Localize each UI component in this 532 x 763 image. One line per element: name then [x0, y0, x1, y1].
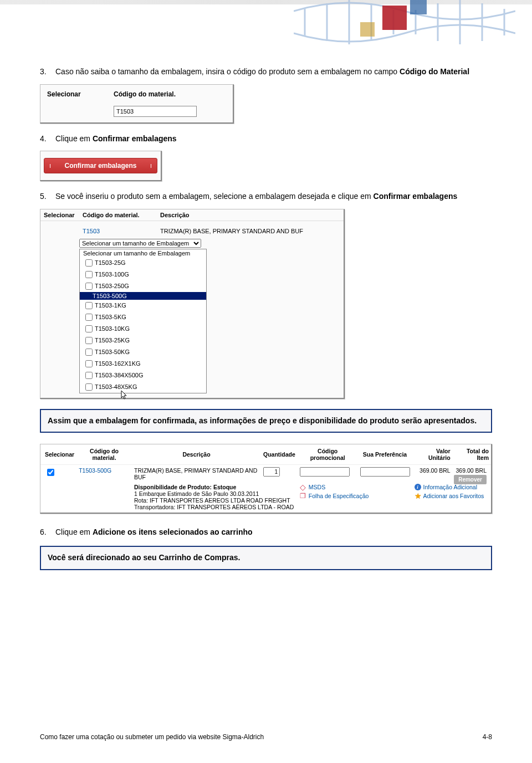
- confirm-packaging-button[interactable]: Confirmar embalagens: [44, 158, 157, 173]
- option-checkbox[interactable]: [85, 259, 93, 267]
- row-desc: TRIZMA(R) BASE, PRIMARY STANDARD AND BUF: [132, 465, 261, 483]
- table-header: Valor Unitário: [412, 444, 453, 465]
- additional-info-link[interactable]: iInformação Adicional: [415, 484, 489, 490]
- product-link[interactable]: T1503-500G: [79, 467, 111, 474]
- info-icon: i: [415, 484, 421, 490]
- table-header: Código do material.: [76, 444, 132, 465]
- table-header: Total do Item: [453, 444, 491, 465]
- screenshot-confirm-button: Confirmar embalagens: [40, 151, 162, 181]
- footer-page: 4-8: [483, 733, 492, 741]
- option-checkbox[interactable]: [85, 383, 93, 391]
- package-option[interactable]: T1503-10KG: [80, 323, 206, 335]
- page-footer: Como fazer uma cotação ou submeter um pe…: [40, 733, 492, 741]
- option-checkbox[interactable]: [85, 314, 93, 321]
- package-option[interactable]: T1503-48X5KG: [80, 381, 206, 393]
- preference-input[interactable]: [360, 467, 410, 477]
- step-text: Se você inseriu o produto sem a embalage…: [55, 192, 374, 201]
- availability-carrier: Transportadora: IFT TRANSPORTES AÉREOS L…: [134, 504, 295, 510]
- package-size-listbox[interactable]: Selecionar um tamanho de EmbalagemT1503-…: [79, 249, 207, 393]
- screenshot-cart-row: SelecionarCódigo do material.DescriçãoQu…: [40, 444, 492, 514]
- col-selecionar: Selecionar: [44, 212, 83, 218]
- availability-route: Rota: IFT TRANSPORTES AEREOS LTDA ROAD F…: [134, 497, 295, 504]
- col-codigo: Código do material.: [114, 90, 176, 98]
- screenshot-package-dropdown: Selecionar Código do material. Descrição…: [40, 209, 345, 399]
- diamond-icon: ◇: [300, 484, 306, 490]
- step-bold: Adicione os itens selecionados ao carrin…: [93, 528, 253, 536]
- svg-rect-10: [382, 6, 407, 30]
- remove-button[interactable]: Remover: [454, 475, 487, 484]
- option-checkbox[interactable]: [85, 325, 93, 332]
- step-number: 5.: [40, 191, 55, 202]
- star-icon: ★: [415, 493, 421, 499]
- step-number: 3.: [40, 66, 55, 78]
- screenshot-material-input: Selecionar Código do material.: [40, 84, 234, 124]
- package-option[interactable]: T1503-100G: [80, 269, 206, 280]
- package-option[interactable]: T1503-50KG: [80, 346, 206, 358]
- package-option[interactable]: T1503-5KG: [80, 311, 206, 323]
- step-text: Clique em: [55, 528, 93, 536]
- step-bold: Código do Material: [400, 67, 469, 76]
- table-header: Código promocional: [298, 444, 358, 465]
- table-header: Quantidade: [261, 444, 298, 465]
- option-checkbox[interactable]: [85, 372, 93, 379]
- package-size-select[interactable]: Selecionar um tamanho de Embalagem: [79, 239, 201, 248]
- package-option[interactable]: Selecionar um tamanho de Embalagem: [80, 249, 206, 257]
- option-checkbox[interactable]: [85, 349, 93, 356]
- msds-link[interactable]: ◇MSDS: [300, 484, 410, 490]
- step-number: 6.: [40, 527, 55, 538]
- package-option[interactable]: T1503-384X500G: [80, 370, 206, 381]
- package-option[interactable]: T1503-25G: [80, 257, 206, 269]
- col-descricao: Descrição: [160, 212, 340, 218]
- availability-ship: 1 Embarque Estimado de São Paulo 30.03.2…: [134, 490, 295, 497]
- step-5: 5. Se você inseriu o produto sem a embal…: [40, 191, 492, 202]
- package-option[interactable]: T1503-162X1KG: [80, 358, 206, 370]
- col-selecionar: Selecionar: [47, 90, 114, 98]
- promo-input[interactable]: [300, 467, 350, 477]
- step-number: 4.: [40, 134, 55, 145]
- document-icon: ❐: [300, 493, 306, 499]
- quantity-input[interactable]: [263, 467, 280, 477]
- header-decoration: [0, 0, 532, 50]
- spec-sheet-link[interactable]: ❐Folha de Especificação: [300, 493, 410, 499]
- svg-rect-11: [410, 0, 427, 14]
- option-checkbox[interactable]: [85, 283, 93, 290]
- material-code-input[interactable]: [114, 106, 197, 117]
- package-option[interactable]: T1503-1KG: [80, 300, 206, 311]
- add-favorites-link[interactable]: ★Adicionar aos Favoritos: [415, 493, 489, 499]
- option-checkbox[interactable]: [85, 337, 93, 344]
- table-header: Descrição: [132, 444, 261, 465]
- col-codigo: Código do material.: [83, 212, 160, 218]
- product-code: T1503: [83, 228, 160, 234]
- step-bold: Confirmar embalagens: [93, 134, 177, 143]
- step-text: Clique em: [55, 134, 93, 143]
- option-checkbox[interactable]: [85, 271, 93, 278]
- cursor-icon: [121, 390, 127, 400]
- step-3: 3. Caso não saiba o tamanho da embalagem…: [40, 66, 492, 78]
- package-option[interactable]: T1503-500G: [80, 292, 206, 300]
- svg-rect-12: [360, 22, 375, 37]
- availability-block: Disponibilidade de Produto: Estoque 1 Em…: [132, 483, 298, 513]
- footer-title: Como fazer uma cotação ou submeter um pe…: [40, 733, 264, 741]
- row-checkbox[interactable]: [47, 469, 54, 476]
- table-header: Selecionar: [40, 444, 76, 465]
- availability-label: Disponibilidade de Produto: Estoque: [134, 484, 295, 490]
- package-option[interactable]: T1503-25KG: [80, 335, 206, 346]
- package-option[interactable]: T1503-250G: [80, 280, 206, 292]
- product-desc: TRIZMA(R) BASE, PRIMARY STANDARD AND BUF: [160, 228, 340, 234]
- option-checkbox[interactable]: [85, 360, 93, 367]
- step-bold: Confirmar embalagens: [374, 192, 458, 201]
- step-text: Caso não saiba o tamanho da embalagem, i…: [55, 67, 400, 76]
- table-header: Sua Preferência: [358, 444, 412, 465]
- option-checkbox[interactable]: [85, 302, 93, 309]
- dna-helix-graphic: [294, 0, 515, 50]
- step-4: 4. Clique em Confirmar embalagens: [40, 134, 492, 145]
- step-6: 6. Clique em Adicione os itens seleciona…: [40, 527, 492, 538]
- info-callout-cart: Você será direcionado ao seu Carrinho de…: [40, 546, 492, 570]
- info-callout-pricing: Assim que a embalagem for confirmada, as…: [40, 409, 492, 433]
